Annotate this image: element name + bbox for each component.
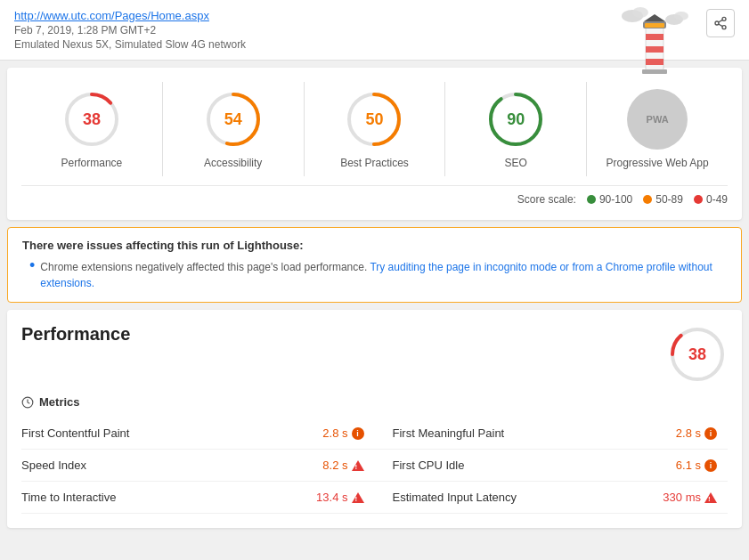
meta-date: Feb 7, 2019, 1:28 PM GMT+2 [14,24,706,37]
meta-device: Emulated Nexus 5X, Simulated Slow 4G net… [14,38,706,51]
svg-point-3 [674,12,688,20]
pwa-badge: PWA [647,114,669,125]
score-circle-best-practices: 50 [344,89,404,150]
scale-orange: 50-89 [643,193,683,206]
svg-rect-7 [646,59,664,65]
perf-header: Performance 38 [21,324,728,385]
score-label-best-practices: Best Practices [340,157,409,169]
metric-value-wrapper-fcp: 2.8 s i [322,426,363,440]
metric-value-wrapper-fci: 6.1 s i [676,459,717,472]
top-bar: http://www.utc.com/Pages/Home.aspx Feb 7… [0,0,749,61]
svg-point-13 [715,21,719,25]
metric-value-fcp: 2.8 s [322,426,347,440]
score-accessibility[interactable]: 54 Accessibility [163,82,305,176]
warn-icon-eil [704,492,717,503]
metric-fci: First CPU Idle 6.1 s i [375,450,729,482]
warning-box: There were issues affecting this run of … [7,227,742,303]
score-value-performance: 38 [83,110,101,129]
score-scale: Score scale: 90-100 50-89 0-49 [21,185,728,206]
metric-name-tti: Time to Interactive [21,491,116,504]
score-label-accessibility: Accessibility [204,157,262,169]
metric-value-wrapper-fmp: 2.8 s i [676,426,717,440]
score-value-accessibility: 54 [224,110,242,129]
warning-plain-text: Chrome extensions negatively affected th… [40,261,370,273]
info-icon-fmp[interactable]: i [704,427,717,440]
score-best-practices[interactable]: 50 Best Practices [305,82,446,176]
svg-line-16 [719,20,723,22]
metric-name-fmp: First Meaningful Paint [393,426,505,440]
scale-red: 0-49 [694,193,728,206]
scale-green: 90-100 [587,193,632,206]
scores-row: 38 Performance 54 Accessibility [21,82,728,176]
warning-bullet-dot: • [29,257,35,273]
metric-value-tti: 13.4 s [316,491,347,504]
scale-dot-orange [643,195,652,204]
share-button[interactable] [706,9,735,37]
score-label-pwa: Progressive Web App [607,157,709,169]
metric-value-wrapper-eil: 330 ms [663,491,717,504]
top-bar-right [706,9,735,37]
score-label-performance: Performance [61,157,123,169]
metric-eil: Estimated Input Latency 330 ms [375,482,729,514]
scores-section: 38 Performance 54 Accessibility [7,68,742,220]
warn-icon-tti [352,492,364,503]
pwa-circle: PWA [627,89,688,150]
svg-rect-6 [646,46,664,53]
svg-line-15 [719,24,723,27]
metric-name-fci: First CPU Idle [393,459,465,472]
metrics-grid: First Contentful Paint 2.8 s i First Mea… [21,418,728,514]
score-circle-seo: 90 [485,89,546,150]
svg-rect-11 [642,69,667,74]
score-circle-performance: 38 [61,89,122,150]
svg-point-1 [632,7,648,18]
top-bar-left: http://www.utc.com/Pages/Home.aspx Feb 7… [14,9,706,51]
svg-point-12 [722,17,726,20]
score-performance[interactable]: 38 Performance [21,82,163,176]
scale-dot-green [587,195,596,204]
info-icon-fcp[interactable]: i [352,427,364,440]
metric-value-si: 8.2 s [322,459,347,472]
scale-range-red: 0-49 [706,193,728,206]
metric-name-si: Speed Index [21,459,86,472]
metric-value-wrapper-tti: 13.4 s [316,491,363,504]
score-value-seo: 90 [507,110,525,129]
metric-name-eil: Estimated Input Latency [393,491,517,504]
metric-si: Speed Index 8.2 s [21,450,375,482]
info-icon-fci[interactable]: i [704,459,717,472]
metric-value-wrapper-si: 8.2 s [322,459,363,472]
warning-bullet: • Chrome extensions negatively affected … [29,259,727,291]
perf-score-circle: 38 [667,324,728,385]
url-link[interactable]: http://www.utc.com/Pages/Home.aspx [14,9,706,22]
lighthouse-illustration [619,0,690,89]
warning-text: Chrome extensions negatively affected th… [40,259,727,291]
perf-title: Performance [21,324,130,345]
perf-score-value: 38 [688,345,706,364]
clock-icon [21,396,34,409]
metric-fcp: First Contentful Paint 2.8 s i [21,418,375,450]
warn-icon-si [352,460,364,471]
scale-dot-red [694,195,703,204]
score-circle-accessibility: 54 [203,89,264,150]
scale-range-orange: 50-89 [655,193,683,206]
scale-label: Score scale: [517,193,576,206]
metric-value-eil: 330 ms [663,491,701,504]
metric-tti: Time to Interactive 13.4 s [21,482,375,514]
scale-range-green: 90-100 [599,193,632,206]
metric-value-fci: 6.1 s [676,459,701,472]
svg-rect-9 [645,23,664,28]
score-value-best-practices: 50 [365,110,383,129]
metric-fmp: First Meaningful Paint 2.8 s i [375,418,729,450]
performance-section: Performance 38 Metrics First Contentful … [7,310,742,528]
metric-value-fmp: 2.8 s [676,426,701,440]
svg-point-14 [722,26,726,29]
metric-name-fcp: First Contentful Paint [21,426,129,440]
score-label-seo: SEO [505,157,527,169]
metrics-label: Metrics [39,395,80,409]
score-pwa[interactable]: PWA Progressive Web App [587,82,728,176]
svg-rect-5 [646,34,664,40]
metrics-header: Metrics [21,395,728,409]
score-seo[interactable]: 90 SEO [445,82,587,176]
warning-title: There were issues affecting this run of … [22,239,727,252]
